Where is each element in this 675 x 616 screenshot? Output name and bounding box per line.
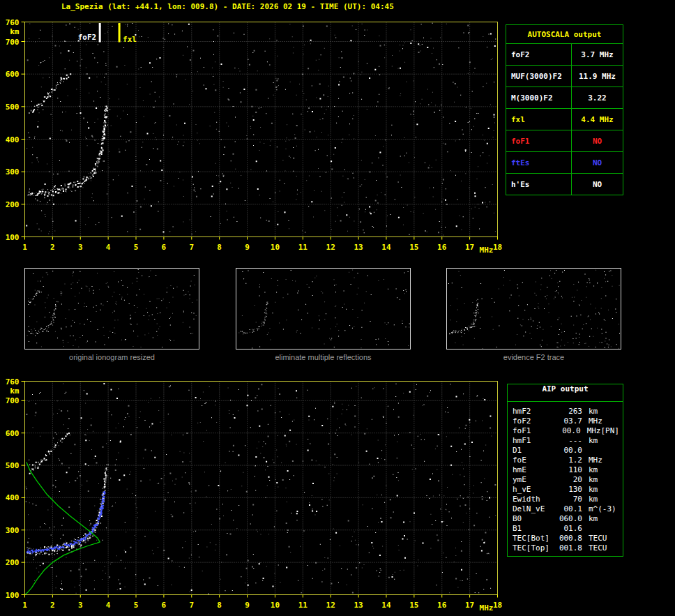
echo-dots-bright — [26, 23, 496, 235]
svg-text:9: 9 — [245, 601, 250, 610]
thumbnail-border — [447, 269, 621, 350]
aip-row-value: 130 — [554, 485, 582, 494]
aip-row-b0: B0060.0km — [508, 513, 623, 523]
aip-row-unit: km — [589, 475, 598, 484]
svg-text:6: 6 — [162, 601, 167, 610]
svg-text:13: 13 — [354, 243, 363, 252]
echo-dots-dim — [26, 383, 496, 594]
aip-row-hmf1: hmF1---km — [508, 435, 623, 445]
aip-row-label: hmF2 — [513, 407, 554, 416]
x-axis-unit: MHz — [480, 603, 494, 613]
thumb-eliminate-reflections: eliminate multiple reflections — [236, 268, 411, 361]
thumbnail-plot — [24, 268, 199, 350]
aip-row-label: B0 — [513, 514, 554, 523]
autoscala-row-label: foF1 — [506, 130, 572, 151]
aip-row-unit: MHz — [589, 416, 602, 426]
svg-text:16: 16 — [437, 601, 447, 610]
aip-row-yme: ymE20km — [508, 474, 623, 484]
svg-text:200: 200 — [6, 200, 20, 209]
svg-text:17: 17 — [465, 243, 474, 252]
svg-text:500: 500 — [6, 103, 20, 112]
svg-text:7: 7 — [189, 243, 194, 252]
aip-row-b1: B101.6 — [508, 523, 623, 533]
svg-text:7: 7 — [189, 601, 194, 610]
thumb-evidence-f2-trace: evidence F2 trace — [446, 268, 621, 361]
thumbnail-plot — [236, 268, 411, 350]
svg-text:12: 12 — [326, 601, 335, 610]
aip-row-value: 00.0 — [554, 446, 582, 455]
axis-ticks — [22, 382, 498, 598]
svg-text:11: 11 — [298, 601, 308, 610]
aip-row-deln-ve: DelN_vE00.1m^(-3) — [508, 504, 623, 513]
aip-row-unit: TECU — [589, 543, 607, 553]
autoscala-row-value: NO — [572, 130, 623, 151]
autoscala-row-h-es: h'EsNO — [506, 174, 623, 195]
plot-grid — [25, 382, 498, 595]
aip-row-fof1: foF100.0MHz[PN] — [508, 426, 623, 435]
axis-tick-labels: 1234567891011121314151617181002003004005… — [6, 377, 503, 613]
svg-text:12: 12 — [326, 243, 335, 252]
svg-text:600: 600 — [6, 70, 20, 79]
svg-text:15: 15 — [409, 243, 418, 252]
svg-text:14: 14 — [381, 243, 391, 252]
aip-row-value: 110 — [554, 465, 582, 474]
thumb-original-ionogram: original ionogram resized — [24, 268, 199, 361]
aip-row-value: 060.0 — [554, 514, 582, 523]
thumbnail-caption: eliminate multiple reflections — [236, 353, 411, 361]
autoscala-row-fxl: fxl4.4 MHz — [506, 109, 623, 130]
aip-output-table: AIP output hmF2263kmfoF203.7MHzfoF100.0M… — [507, 384, 623, 557]
svg-text:200: 200 — [6, 558, 20, 567]
svg-text:2: 2 — [50, 601, 55, 610]
svg-text:760: 760 — [6, 18, 20, 27]
aip-row-label: foF1 — [513, 426, 554, 435]
svg-text:4: 4 — [106, 601, 111, 610]
aip-row-label: foF2 — [513, 416, 554, 426]
aip-row-d1: D100.0 — [508, 445, 623, 455]
aip-row-unit: TECU — [589, 534, 607, 543]
thumbnail-caption: evidence F2 trace — [446, 353, 621, 361]
electron-density-profile — [25, 462, 100, 594]
autoscala-screen: La_Spezia (lat: +44.1, lon: 009.8) - DAT… — [0, 0, 675, 616]
station-title: La_Spezia (lat: +44.1, lon: 009.8) - DAT… — [61, 2, 394, 12]
aip-row-hmf2: hmF2263km — [508, 406, 623, 416]
svg-text:11: 11 — [298, 243, 308, 252]
thumbnail-border — [236, 269, 411, 350]
aip-row-unit: km — [589, 514, 598, 523]
svg-text:14: 14 — [381, 601, 391, 610]
aip-row-unit: MHz — [589, 456, 602, 465]
autoscala-row-value: NO — [572, 174, 623, 195]
aip-row-value: --- — [554, 436, 582, 445]
aip-row-tec-bot: TEC[Bot]000.8TECU — [508, 533, 623, 543]
plot-grid — [25, 22, 498, 237]
aip-row-value: 001.8 — [554, 543, 582, 553]
aip-row-unit: km — [589, 436, 598, 445]
thumb-echo-dots-dim — [238, 269, 409, 348]
aip-row-fof2: foF203.7MHz — [508, 416, 623, 426]
autoscala-row-label: M(3000)F2 — [506, 87, 572, 108]
aip-row-note: [PN] — [601, 426, 620, 435]
svg-text:10: 10 — [271, 601, 280, 610]
autoscala-row-label: fxl — [506, 109, 572, 130]
aip-row-ewidth: Ewidth70km — [508, 494, 623, 504]
autoscala-row-fof2: foF23.7 MHz — [506, 44, 623, 66]
svg-text:18: 18 — [493, 243, 502, 252]
thumbnail-border — [25, 269, 199, 350]
thumb-echo-dots-dim — [450, 270, 619, 349]
thumbnail-plot — [446, 268, 621, 350]
svg-text:5: 5 — [134, 601, 139, 610]
aip-row-unit: km — [589, 407, 598, 416]
echo-dots-bright — [26, 383, 492, 593]
aip-row-unit: MHz — [587, 426, 601, 435]
aip-row-label: B1 — [513, 524, 554, 533]
thumb-echo-dots — [448, 270, 620, 348]
axis-ticks — [22, 22, 498, 240]
autoscala-row-value: 3.22 — [572, 87, 623, 108]
svg-text:1: 1 — [22, 601, 27, 610]
svg-text:15: 15 — [409, 601, 418, 610]
aip-row-label: ymE — [513, 475, 554, 484]
ionogram-plot-top: 1234567891011121314151617181002003004005… — [0, 15, 505, 258]
svg-text:2: 2 — [50, 243, 55, 252]
y-axis-unit: km — [10, 27, 20, 36]
svg-text:500: 500 — [6, 461, 20, 470]
ionogram-plot-bottom: 1234567891011121314151617181002003004005… — [0, 375, 505, 616]
